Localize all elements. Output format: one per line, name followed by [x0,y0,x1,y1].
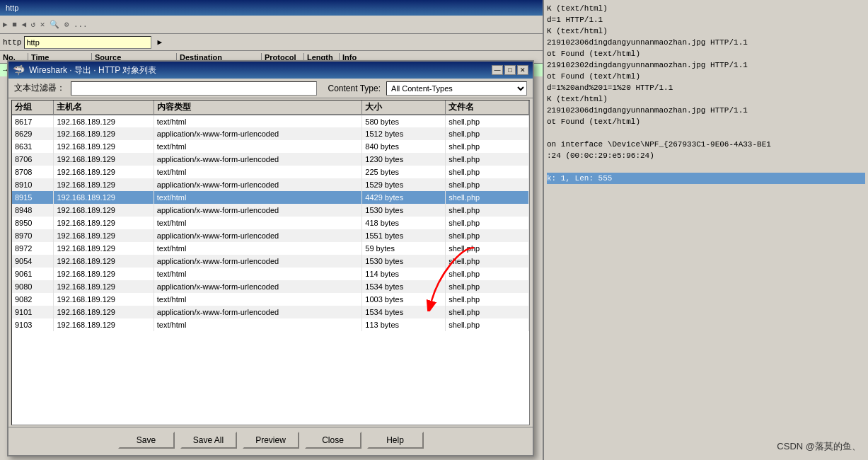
right-panel-line: K (text/html) [547,25,865,37]
col-header-size: 大小 [362,100,446,115]
http-objects-table: 分组 主机名 内容类型 大小 文件名 8617192.168.189.129te… [12,100,529,331]
filter-input[interactable] [24,36,151,49]
right-panel-line: d=1%20and%201=1%20 HTTP/1.1 [547,82,865,93]
minimize-button[interactable]: — [492,65,503,75]
right-panel-line [547,127,865,139]
filter-arrow: ▶ [157,38,162,47]
save-all-button[interactable]: Save All [180,432,237,449]
preview-button[interactable]: Preview [243,432,299,449]
right-panel-line: ot Found (text/html) [547,116,865,127]
right-panel-line [547,161,865,173]
bottom-right-panel [550,384,861,389]
table-row[interactable]: 9054192.168.189.129application/x-www-for… [12,255,529,268]
right-panel-line: on interface \Device\NPF_{267933C1-9E06-… [547,139,865,150]
content-type-select[interactable]: All Content-Typestext/htmlapplication/x-… [386,81,527,96]
table-row[interactable]: 8617192.168.189.129text/html580 bytesshe… [12,115,529,127]
filter-text-label: 文本过滤器： [14,82,65,94]
table-row[interactable]: 8970192.168.189.129application/x-www-for… [12,229,529,242]
table-row[interactable]: 8948192.168.189.129application/x-www-for… [12,204,529,217]
right-panel-line: 219102302dingdangyunnanmaozhan.jpg HTTP/… [547,59,865,71]
wireshark-icon: 🦈 [13,64,25,76]
table-row[interactable]: 8706192.168.189.129application/x-www-for… [12,153,529,166]
right-panel-line: 219102306dingdangyunnanmaozhan.jpg HTTP/… [547,105,865,116]
save-button[interactable]: Save [118,432,175,449]
right-panel-line: d=1 HTTP/1.1 [547,14,865,25]
table-header-row: 分组 主机名 内容类型 大小 文件名 [12,100,529,115]
right-panel-line: K (text/html) [547,3,865,14]
right-panel-content: K (text/html)d=1 HTTP/1.1K (text/html)21… [544,0,868,187]
modal-table-container[interactable]: 分组 主机名 内容类型 大小 文件名 8617192.168.189.129te… [11,100,530,425]
col-header-fname: 文件名 [446,100,529,115]
http-objects-modal: 🦈 Wireshark · 导出 · HTTP 对象列表 — □ ✕ 文本过滤器… [7,60,534,456]
table-row[interactable]: 8631192.168.189.129text/html840 bytesshe… [12,140,529,153]
bg-title: http [6,4,18,12]
right-panel-line: k: 1, Len: 555 [547,173,865,184]
filter-label: http [3,38,21,47]
col-header-group: 分组 [12,100,54,115]
table-row[interactable]: 9080192.168.189.129application/x-www-for… [12,280,529,293]
right-panel-line: ot Found (text/html) [547,48,865,59]
col-header-host: 主机名 [54,100,154,115]
table-row[interactable]: 8915192.168.189.129text/html4429 bytessh… [12,191,529,204]
right-panel-line: K (text/html) [547,93,865,105]
modal-text-filter[interactable] [71,81,317,96]
table-row[interactable]: 9082192.168.189.129text/html1003 bytessh… [12,293,529,306]
table-row[interactable]: 8708192.168.189.129text/html225 bytesshe… [12,166,529,178]
close-button[interactable]: Close [305,432,361,449]
col-header-ctype: 内容类型 [154,100,362,115]
modal-title-area: 🦈 Wireshark · 导出 · HTTP 对象列表 [13,64,156,76]
modal-buttons-bar: SaveSave AllPreviewCloseHelp [8,427,533,452]
right-panel-line: 219102306dingdangyunnanmaozhan.jpg HTTP/… [547,37,865,48]
right-panel: K (text/html)d=1 HTTP/1.1K (text/html)21… [543,0,868,460]
right-panel-line: :24 (00:0c:29:e5:96:24) [547,150,865,161]
table-row[interactable]: 9103192.168.189.129text/html113 bytesshe… [12,318,529,331]
maximize-button[interactable]: □ [504,65,516,75]
table-row[interactable]: 9101192.168.189.129application/x-www-for… [12,306,529,318]
modal-titlebar-buttons: — □ ✕ [492,65,528,75]
modal-title: Wireshark · 导出 · HTTP 对象列表 [29,64,156,76]
table-row[interactable]: 8950192.168.189.129text/html418 bytesshe… [12,217,529,229]
help-button[interactable]: Help [367,432,424,449]
table-row[interactable]: 8910192.168.189.129application/x-www-for… [12,178,529,191]
close-button[interactable]: ✕ [517,65,528,75]
modal-filter-bar: 文本过滤器： Content Type: All Content-Typeste… [8,79,533,98]
watermark: CSDN @落莫的鱼、 [777,440,861,453]
right-panel-line: ot Found (text/html) [547,71,865,82]
table-row[interactable]: 8972192.168.189.129text/html59 bytesshel… [12,242,529,255]
table-row[interactable]: 8629192.168.189.129application/x-www-for… [12,127,529,140]
content-type-label: Content Type: [328,84,381,93]
modal-titlebar: 🦈 Wireshark · 导出 · HTTP 对象列表 — □ ✕ [8,62,533,79]
table-row[interactable]: 9061192.168.189.129text/html114 bytesshe… [12,268,529,280]
modal-table-body: 8617192.168.189.129text/html580 bytesshe… [12,115,529,331]
toolbar-placeholder: ▶ ■ ◀ ↺ ✕ 🔍 ⚙ ... [3,20,88,29]
